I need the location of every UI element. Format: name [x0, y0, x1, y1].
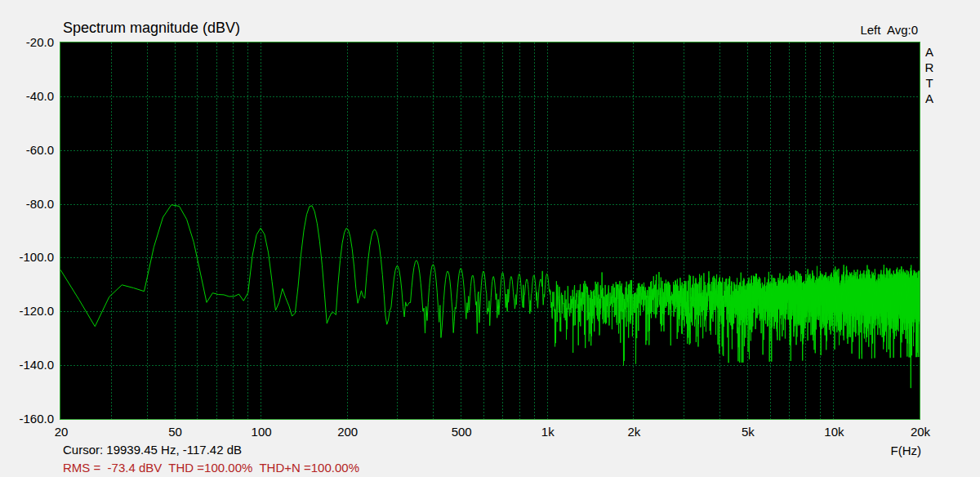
y-tick-label: -100.0: [3, 250, 54, 264]
rms-thd-readout: RMS = -73.4 dBV THD =100.00% THD+N =100.…: [63, 461, 359, 475]
x-tick-label: 2k: [627, 425, 640, 439]
brand-letter: A: [923, 44, 936, 60]
x-tick-label: 50: [168, 425, 182, 439]
x-tick-label: 200: [337, 425, 358, 439]
brand-letter: T: [923, 75, 936, 91]
arta-spectrum-window: { "colors":{ "background":"#f1f1f1", "pl…: [0, 0, 980, 477]
x-tick-label: 500: [452, 425, 472, 439]
brand-letter: R: [923, 60, 936, 75]
x-tick-label: 1k: [541, 425, 555, 439]
spectrum-plot[interactable]: [60, 42, 920, 420]
y-tick-label: -120.0: [3, 304, 54, 318]
y-tick-label: -80.0: [3, 197, 54, 211]
y-tick-label: -140.0: [3, 358, 54, 372]
x-tick-label: 20k: [911, 425, 930, 439]
chart-title: Spectrum magnitude (dBV): [63, 20, 240, 37]
cursor-readout: Cursor: 19939.45 Hz, -117.42 dB: [63, 443, 242, 457]
spectrum-canvas: [60, 42, 920, 419]
x-axis-unit-label: F(Hz): [891, 444, 922, 457]
y-tick-label: -20.0: [3, 35, 54, 49]
brand-letter: A: [923, 91, 936, 106]
x-tick-label: 10k: [824, 425, 844, 439]
x-tick-label: 5k: [742, 425, 755, 439]
y-tick-label: -40.0: [3, 89, 54, 103]
y-tick-label: -160.0: [3, 412, 54, 426]
x-tick-label: 20: [55, 425, 69, 439]
channel-avg-label: Left Avg:0: [860, 23, 918, 37]
y-tick-label: -60.0: [3, 143, 54, 157]
x-tick-label: 100: [252, 425, 272, 439]
arta-brand: ARTA: [923, 44, 936, 106]
